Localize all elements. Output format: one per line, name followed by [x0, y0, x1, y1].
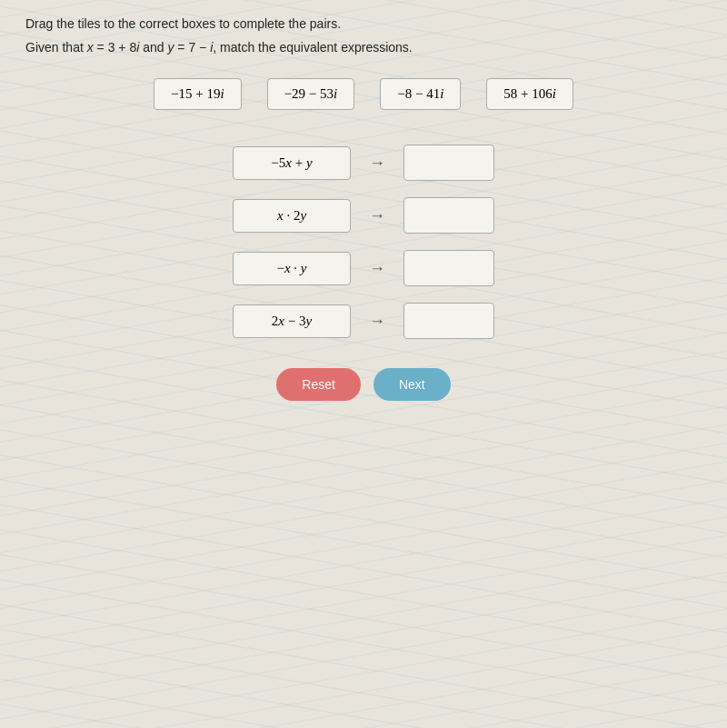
tiles-row: −15 + 19i −29 − 53i −8 − 41i 58 + 106i: [25, 78, 702, 110]
arrow-1: →: [369, 154, 385, 173]
tile-2[interactable]: −29 − 53i: [267, 78, 355, 110]
expression-2: x · 2y: [233, 199, 351, 233]
buttons-row: Reset Next: [25, 368, 702, 401]
tile-3[interactable]: −8 − 41i: [380, 78, 461, 110]
expression-3: −x · y: [233, 252, 351, 285]
tile-4[interactable]: 58 + 106i: [486, 78, 573, 110]
given-text: Given that x = 3 + 8i and y = 7 − i, mat…: [25, 40, 702, 55]
drop-box-3[interactable]: [403, 250, 494, 286]
match-row-2: x · 2y →: [233, 197, 494, 234]
expression-1: −5x + y: [233, 146, 351, 180]
instruction-text: Drag the tiles to the correct boxes to c…: [25, 16, 702, 31]
expression-4: 2x − 3y: [233, 304, 351, 338]
page-container: Drag the tiles to the correct boxes to c…: [0, 0, 727, 417]
match-row-3: −x · y →: [233, 250, 494, 286]
arrow-3: →: [369, 259, 385, 278]
matching-area: −5x + y → x · 2y → −x · y → 2x − 3y →: [25, 145, 702, 339]
arrow-2: →: [369, 206, 385, 225]
tile-1[interactable]: −15 + 19i: [154, 78, 242, 110]
drop-box-1[interactable]: [403, 145, 494, 181]
drop-box-2[interactable]: [403, 197, 494, 234]
match-row-4: 2x − 3y →: [233, 303, 494, 339]
drop-box-4[interactable]: [403, 303, 494, 339]
match-row-1: −5x + y →: [233, 145, 494, 181]
next-button[interactable]: Next: [373, 368, 451, 401]
arrow-4: →: [369, 312, 385, 331]
reset-button[interactable]: Reset: [276, 368, 361, 401]
